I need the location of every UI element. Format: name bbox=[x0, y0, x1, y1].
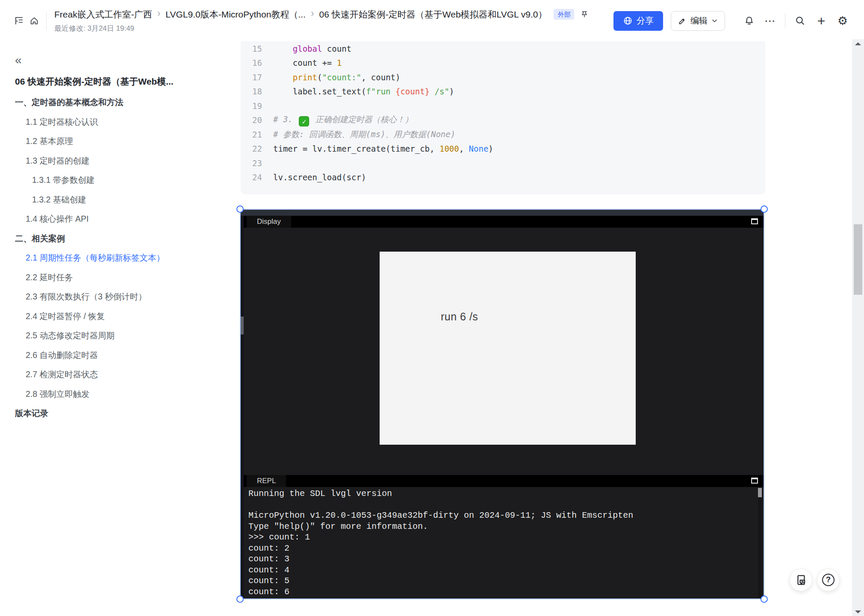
search-icon[interactable] bbox=[791, 12, 808, 29]
code-text: count += 1 bbox=[273, 58, 342, 67]
display-tab: Display bbox=[247, 216, 291, 228]
resize-handle-bottom-left[interactable] bbox=[236, 595, 244, 603]
resize-handle-top-left[interactable] bbox=[236, 205, 244, 213]
repl-line: count: 3 bbox=[248, 554, 764, 565]
line-number: 16 bbox=[241, 58, 262, 67]
code-text: label.set_text(f"run {count} /s") bbox=[273, 87, 454, 96]
line-number: 15 bbox=[241, 44, 262, 53]
line-number: 17 bbox=[241, 73, 262, 82]
header: Freak嵌入式工作室-广西 › LVGL9.0版本-MicroPython教程… bbox=[0, 0, 864, 41]
toc-item[interactable]: 2.1 周期性任务（每秒刷新标签文本） bbox=[15, 248, 231, 268]
repl-output: Running the SDL lvgl versionMicroPython … bbox=[248, 488, 764, 597]
repl-tabstrip: REPL bbox=[241, 475, 764, 487]
breadcrumb-item-current[interactable]: 06 快速开始案例-定时器（基于Web模拟器和LVGL v9.0） bbox=[319, 9, 547, 21]
line-number: 23 bbox=[241, 158, 262, 168]
toc-item[interactable]: 2.4 定时器暂停 / 恢复 bbox=[15, 307, 231, 326]
line-number: 24 bbox=[241, 173, 262, 182]
pencil-icon bbox=[678, 17, 687, 25]
repl-line: count: 4 bbox=[248, 565, 764, 576]
sidebar-toggle-icon[interactable] bbox=[11, 13, 27, 29]
display-panel: run 6 /s bbox=[241, 228, 764, 475]
main-content: 15 global count16 count += 117 print("co… bbox=[239, 41, 852, 616]
edit-button[interactable]: 编辑 bbox=[671, 11, 725, 31]
code-line: 17 print("count:", count) bbox=[241, 70, 765, 85]
repl-line: count: 2 bbox=[248, 543, 764, 554]
toc-item[interactable]: 二、相关案例 bbox=[15, 229, 231, 249]
toc-item[interactable]: 1.3 定时器的创建 bbox=[15, 151, 231, 171]
code-line: 18 label.set_text(f"run {count} /s") bbox=[241, 85, 765, 99]
lvgl-screen: run 6 /s bbox=[380, 252, 636, 445]
toc-list: 一、定时器的基本概念和方法1.1 定时器核心认识1.2 基本原理1.3 定时器的… bbox=[15, 93, 231, 423]
breadcrumb-item-workspace[interactable]: Freak嵌入式工作室-广西 bbox=[54, 9, 152, 21]
repl-line: MicroPython v1.20.0-1053-g349ae32bf-dirt… bbox=[248, 510, 764, 521]
repl-line: count: 6 bbox=[248, 587, 764, 598]
code-text: timer = lv.timer_create(timer_cb, 1000, … bbox=[273, 144, 493, 153]
scroll-down-arrow[interactable] bbox=[852, 608, 864, 615]
chevron-down-icon bbox=[711, 18, 718, 24]
code-line: 20# 3. ✓ 正确创建定时器（核心！） bbox=[241, 113, 765, 128]
scroll-up-arrow[interactable] bbox=[852, 40, 864, 47]
code-text: print("count:", count) bbox=[273, 73, 400, 82]
code-text: global count bbox=[273, 44, 351, 53]
line-number: 21 bbox=[241, 130, 262, 139]
breadcrumb-separator: › bbox=[157, 9, 161, 18]
toc-item[interactable]: 2.7 检测定时器状态 bbox=[15, 365, 231, 384]
last-modified: 最近修改: 3月24日 19:49 bbox=[54, 23, 589, 33]
header-divider bbox=[46, 12, 47, 30]
toc-item[interactable]: 1.2 基本原理 bbox=[15, 132, 231, 151]
collapse-sidebar-button[interactable]: « bbox=[15, 54, 29, 66]
toc-item[interactable]: 2.2 延时任务 bbox=[15, 268, 231, 287]
help-button[interactable]: ? bbox=[817, 569, 840, 591]
scrollbar-thumb[interactable] bbox=[854, 224, 862, 295]
code-line: 24lv.screen_load(scr) bbox=[241, 170, 765, 185]
page-scrollbar[interactable] bbox=[852, 39, 864, 616]
code-line: 21# 参数: 回调函数、周期(ms)、用户数据(None) bbox=[241, 127, 765, 142]
breadcrumb-item-course[interactable]: LVGL9.0版本-MicroPython教程（... bbox=[165, 9, 306, 21]
external-badge: 外部 bbox=[554, 9, 574, 20]
home-icon[interactable] bbox=[27, 13, 42, 29]
toc-item[interactable]: 一、定时器的基本概念和方法 bbox=[15, 93, 231, 112]
gear-icon[interactable]: ⚙ bbox=[834, 12, 851, 29]
code-line: 23 bbox=[241, 156, 765, 170]
maximize-icon bbox=[751, 218, 758, 224]
share-button[interactable]: 分享 bbox=[613, 11, 663, 31]
toc-item[interactable]: 2.3 有限次数执行（3 秒倒计时） bbox=[15, 287, 231, 307]
repl-scrollbar-thumb bbox=[758, 488, 762, 497]
code-lines: 15 global count16 count += 117 print("co… bbox=[241, 41, 765, 185]
lvgl-run-label: run 6 /s bbox=[441, 311, 478, 323]
more-dots-icon[interactable]: ⋯ bbox=[762, 12, 779, 29]
repl-line: Type "help()" for more information. bbox=[248, 521, 764, 532]
code-line: 15 global count bbox=[241, 41, 765, 56]
simulator-window: Display run 6 /s REPL Running the SDL lv… bbox=[241, 210, 764, 598]
resize-handle-bottom-right[interactable] bbox=[761, 595, 768, 603]
toc-item[interactable]: 2.8 强制立即触发 bbox=[15, 384, 231, 404]
plus-icon[interactable]: + bbox=[813, 12, 830, 29]
code-block: 15 global count16 count += 117 print("co… bbox=[241, 41, 765, 194]
bell-icon[interactable] bbox=[740, 12, 758, 29]
simulator-titlebar bbox=[241, 210, 764, 216]
breadcrumb: Freak嵌入式工作室-广西 › LVGL9.0版本-MicroPython教程… bbox=[54, 9, 589, 21]
toc-item[interactable]: 2.6 自动删除定时器 bbox=[15, 346, 231, 365]
code-text: lv.screen_load(scr) bbox=[273, 173, 366, 182]
sidebar-toc: « 06 快速开始案例-定时器（基于Web模... 一、定时器的基本概念和方法1… bbox=[0, 41, 239, 616]
code-text: # 3. ✓ 正确创建定时器（核心！） bbox=[273, 114, 413, 127]
toc-item[interactable]: 1.3.2 基础创建 bbox=[15, 190, 231, 210]
display-tabstrip: Display bbox=[241, 216, 764, 228]
toc-item[interactable]: 1.1 定时器核心认识 bbox=[15, 112, 231, 132]
repl-line: count: 5 bbox=[248, 575, 764, 587]
toc-item[interactable]: 2.5 动态修改定时器周期 bbox=[15, 326, 231, 346]
code-line: 19 bbox=[241, 99, 765, 113]
feedback-button[interactable] bbox=[790, 569, 812, 591]
repl-line bbox=[248, 499, 764, 510]
help-icon: ? bbox=[822, 574, 835, 586]
resize-handle-top-right[interactable] bbox=[761, 205, 768, 213]
toc-item[interactable]: 1.4 核心操作 API bbox=[15, 209, 231, 229]
toc-item[interactable]: 1.3.1 带参数创建 bbox=[15, 170, 231, 190]
pin-icon[interactable] bbox=[580, 10, 589, 19]
simulator-image[interactable]: Display run 6 /s REPL Running the SDL lv… bbox=[240, 209, 764, 599]
feedback-icon bbox=[795, 574, 808, 587]
code-line: 16 count += 1 bbox=[241, 56, 765, 70]
doc-title: 06 快速开始案例-定时器（基于Web模... bbox=[15, 76, 231, 88]
toc-item[interactable]: 版本记录 bbox=[15, 404, 231, 423]
breadcrumb-separator: › bbox=[311, 9, 314, 18]
